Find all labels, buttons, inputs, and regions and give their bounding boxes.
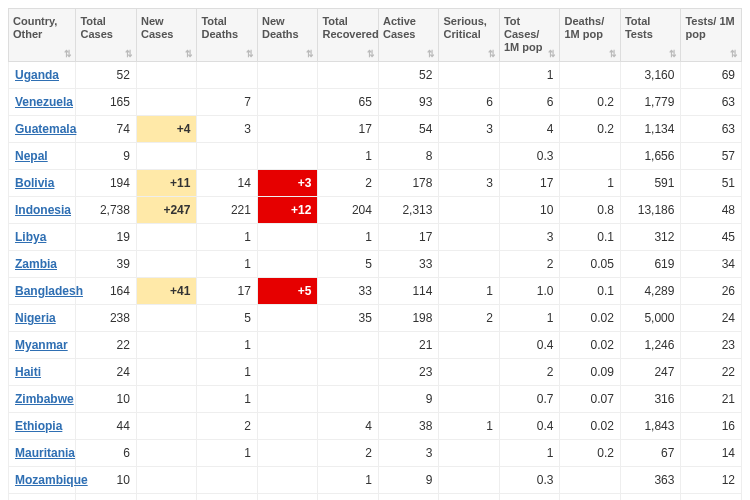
column-header[interactable]: Total Recovered⇅ [318,9,379,62]
table-row: Mozambique10190.336312 [9,466,742,493]
cell-new_deaths [257,466,318,493]
cell-new_deaths [257,412,318,439]
country-link[interactable]: Uganda [9,61,76,88]
country-link[interactable]: Ethiopia [9,412,76,439]
cell-total_tests: 363 [620,466,681,493]
cell-deaths_1m: 0.2 [560,88,621,115]
cell-total_deaths: 1 [197,439,258,466]
cell-tests_1m: 45 [681,223,742,250]
column-header[interactable]: Tot Cases/ 1M pop⇅ [499,9,560,62]
sort-icon[interactable]: ⇅ [548,52,556,57]
country-link[interactable]: Papua New Guinea [9,493,76,500]
cell-new_deaths [257,61,318,88]
cell-new_deaths [257,331,318,358]
cell-serious [439,439,500,466]
cell-total_deaths: 5 [197,304,258,331]
cell-new_cases: +11 [136,169,197,196]
cell-cases_1m: 2 [499,358,560,385]
cell-new_deaths [257,142,318,169]
table-row: Nigeria238535198210.025,00024 [9,304,742,331]
country-link[interactable]: Bangladesh [9,277,76,304]
cell-tests_1m: 22 [681,358,742,385]
cell-new_cases [136,223,197,250]
cell-deaths_1m: 0.07 [560,385,621,412]
country-link[interactable]: Zambia [9,250,76,277]
country-link[interactable]: Indonesia [9,196,76,223]
country-link[interactable]: Libya [9,223,76,250]
country-link[interactable]: Myanmar [9,331,76,358]
cell-deaths_1m: 0.02 [560,412,621,439]
sort-icon[interactable]: ⇅ [306,52,314,57]
sort-icon[interactable]: ⇅ [669,52,677,57]
cell-new_cases [136,250,197,277]
sort-icon[interactable]: ⇅ [185,52,193,57]
cell-tests_1m: 14 [681,439,742,466]
cell-total_deaths: 7 [197,88,258,115]
cell-total_cases: 2,738 [76,196,137,223]
column-header[interactable]: Tests/ 1M pop⇅ [681,9,742,62]
cell-new_cases [136,493,197,500]
cell-total_cases: 44 [76,412,137,439]
country-link[interactable]: Mauritania [9,439,76,466]
column-header[interactable]: Total Deaths⇅ [197,9,258,62]
cell-new_deaths [257,385,318,412]
cell-active_cases: 54 [378,115,439,142]
cell-deaths_1m: 0.1 [560,223,621,250]
cell-total_cases: 2 [76,493,137,500]
cell-active_cases: 114 [378,277,439,304]
cell-total_recovered: 5 [318,250,379,277]
column-header[interactable]: New Cases⇅ [136,9,197,62]
cell-total_deaths: 1 [197,331,258,358]
cell-total_tests: 1,134 [620,115,681,142]
sort-icon[interactable]: ⇅ [488,52,496,57]
cell-tests_1m: 48 [681,196,742,223]
cell-total_cases: 74 [76,115,137,142]
cell-total_recovered [318,358,379,385]
country-link[interactable]: Zimbabwe [9,385,76,412]
cell-total_recovered: 2 [318,169,379,196]
column-header[interactable]: Total Cases⇅ [76,9,137,62]
cell-total_cases: 52 [76,61,137,88]
table-row: Bangladesh164+4117+53311411.00.14,28926 [9,277,742,304]
table-row: Guatemala74+431754340.21,13463 [9,115,742,142]
sort-icon[interactable]: ⇅ [730,52,738,57]
country-link[interactable]: Mozambique [9,466,76,493]
sort-icon[interactable]: ⇅ [367,52,375,57]
column-header[interactable]: New Deaths⇅ [257,9,318,62]
column-header[interactable]: Country, Other⇅ [9,9,76,62]
column-label: New Deaths [262,15,299,40]
cell-new_cases [136,304,197,331]
cell-total_recovered: 65 [318,88,379,115]
country-link[interactable]: Haiti [9,358,76,385]
column-header[interactable]: Serious, Critical⇅ [439,9,500,62]
column-header[interactable]: Deaths/ 1M pop⇅ [560,9,621,62]
cell-new_deaths: +3 [257,169,318,196]
cell-total_deaths: 17 [197,277,258,304]
sort-icon[interactable]: ⇅ [609,52,617,57]
sort-icon[interactable]: ⇅ [64,52,72,57]
cell-cases_1m: 6 [499,88,560,115]
column-header[interactable]: Total Tests⇅ [620,9,681,62]
country-link[interactable]: Venezuela [9,88,76,115]
cell-cases_1m: 1 [499,304,560,331]
table-row: Ethiopia44243810.40.021,84316 [9,412,742,439]
sort-icon[interactable]: ⇅ [125,52,133,57]
cell-tests_1m: 24 [681,304,742,331]
cell-new_cases: +41 [136,277,197,304]
country-link[interactable]: Bolivia [9,169,76,196]
cell-active_cases: 9 [378,466,439,493]
sort-icon[interactable]: ⇅ [246,52,254,57]
country-link[interactable]: Nigeria [9,304,76,331]
country-link[interactable]: Nepal [9,142,76,169]
cell-cases_1m: 10 [499,196,560,223]
cell-deaths_1m [560,61,621,88]
cell-cases_1m: 2 [499,250,560,277]
country-link[interactable]: Guatemala [9,115,76,142]
cell-total_deaths: 1 [197,223,258,250]
cell-active_cases: 33 [378,250,439,277]
cell-total_tests: 316 [620,385,681,412]
cell-new_deaths [257,439,318,466]
column-header[interactable]: Active Cases⇅ [378,9,439,62]
column-label: Total Cases [80,15,112,40]
sort-icon[interactable]: ⇅ [427,52,435,57]
